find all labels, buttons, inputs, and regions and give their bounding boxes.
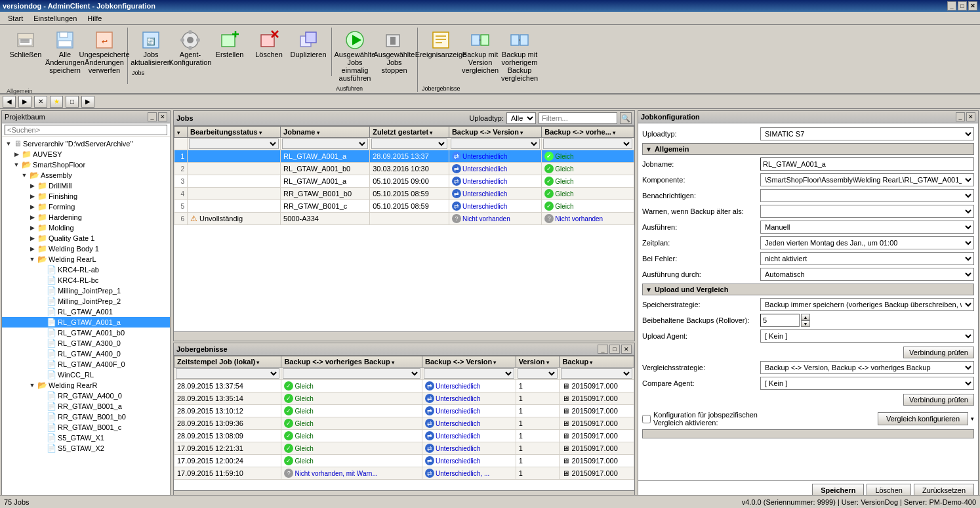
stoppen-button[interactable]: AusgewählteJobs stoppen [375,28,413,84]
res-filter-bv[interactable] [424,368,514,379]
agent-konfig-button[interactable]: Agent-Konfiguration [171,28,209,68]
erstellen-button[interactable]: Erstellen [211,28,249,68]
tree-root[interactable]: ▼ 🖥 Serverarchiv "D:\vdServerArchive" [2,138,170,149]
bei-fehler-select[interactable]: nicht aktiviert [760,252,974,265]
menu-einstellungen[interactable]: Einstellungen [28,13,82,24]
result-row-5[interactable]: 28.09.2015 13:08:09 ✓ Gleich ⇄ Unterschi… [174,430,634,442]
titlebar-controls[interactable]: _ □ ✕ [947,1,977,11]
tree-rl-gtaw-a400[interactable]: ▶ 📄 RL_GTAW_A400_0 [2,349,170,359]
vergleich-konfig-button[interactable]: Vergleich konfigurieren [878,412,968,425]
backup-version-button[interactable]: Backup mit Versionvergleichen [461,28,499,84]
save-all-button[interactable]: Alle Änderungenspeichern [46,28,84,76]
res-filter-ver[interactable] [518,368,558,379]
nav-back[interactable]: ◀ [3,96,16,108]
duplizieren-button[interactable]: Duplizieren [289,28,327,68]
filter-zuletzt[interactable] [371,138,447,149]
speicherstrategie-select[interactable]: Backup immer speichern (vorheriges Backu… [760,298,974,311]
res-filter-bak[interactable] [561,368,632,379]
expand-auvesy[interactable]: ▶ [12,150,20,158]
jobs-aktualisieren-button[interactable]: 🔄 Jobsaktualisieren [132,28,170,68]
tree-krc4-rl-ab[interactable]: ▶ 📄 KRC4-RL-ab [2,265,170,275]
schliessen-button[interactable]: Schließen [7,28,45,76]
ausfuehren-select[interactable]: Manuell [760,221,974,234]
expand-weldingrearR[interactable]: ▼ [28,381,36,389]
results-maximize-btn[interactable]: □ [609,345,620,354]
tree-weldingrearL[interactable]: ▼ 📂 Welding RearL [2,254,170,265]
res-filter-ts[interactable] [176,368,279,379]
komponente-select[interactable]: \SmartShopFloor\Assembly\Welding RearL\R… [760,173,974,186]
upload-agent-select[interactable]: [ Kein ] [760,329,974,343]
expand-smartshopfloor[interactable]: ▼ [12,161,20,169]
vergleichsstrategie-select[interactable]: Backup <-> Version, Backup <-> vorherige… [760,361,974,374]
jobs-row-6[interactable]: 6 ⚠ Unvollständig 5000-A334 ? Nicht vorh… [174,213,634,225]
section-upload[interactable]: ▼ Upload und Vergleich [642,284,974,295]
search-button[interactable]: 🔍 [620,112,632,124]
nav-stop[interactable]: ✕ [34,96,47,108]
res-col-bvb[interactable]: Backup <-> vorheriges Backup [281,356,422,368]
panel-close-btn[interactable]: ✕ [158,112,167,121]
tree-rr-gtaw-b001-c[interactable]: ▶ 📄 RR_GTAW_B001_c [2,422,170,433]
expand-finishing[interactable]: ▶ [28,192,36,200]
config-hscrollbar[interactable] [642,429,974,438]
nav-forward[interactable]: ▶ [18,96,31,108]
spinner-down[interactable]: ▼ [801,320,810,327]
result-row-2[interactable]: 28.09.2015 13:35:14 ✓ Gleich ⇄ Unterschi… [174,392,634,405]
verbindung-pruefen1-button[interactable]: Verbindung prüfen [903,347,974,358]
section-allgemein[interactable]: ▼ Allgemein [642,143,974,155]
backup-vorheriges-button[interactable]: Backup mit vorherigemBackup vergleichen [500,28,539,84]
filter-name[interactable] [282,138,368,149]
benachrichtigen-select[interactable] [760,189,974,202]
results-close-btn[interactable]: ✕ [621,345,632,354]
warnen-select[interactable] [760,205,974,218]
col-bv[interactable]: Backup <-> Version [449,127,541,138]
res-col-bv[interactable]: Backup <-> Version [422,356,516,368]
expand-weldingbody[interactable]: ▶ [28,245,36,253]
loeschen-button[interactable]: Löschen [250,28,288,68]
result-row-1[interactable]: 28.09.2015 13:37:54 ✓ Gleich ⇄ Unterschi… [174,380,634,392]
tree-assembly[interactable]: ▼ 📂 Assembly [2,170,170,180]
ereignisanzeige-button[interactable]: Ereignisanzeige [422,28,460,84]
compare-agent-select[interactable]: [ Kein ] [760,377,974,390]
res-col-bak[interactable]: Backup [560,356,634,368]
tree-finishing[interactable]: ▶ 📁 Finishing [2,191,170,201]
result-row-3[interactable]: 28.09.2015 13:10:12 ✓ Gleich ⇄ Unterschi… [174,405,634,417]
nav-home[interactable]: □ [66,96,79,108]
tree-rl-gtaw-a001[interactable]: ▶ 📄 RL_GTAW_A001 [2,307,170,317]
tree-rl-gtaw-a001-a[interactable]: ▶ 📄 RL_GTAW_A001_a [2,317,170,328]
search-input[interactable] [5,125,167,135]
jobs-row-3[interactable]: 3 RL_GTAW_A001_a 05.10.2015 09:00 ⇄ Unte… [174,175,634,188]
jobs-row-4[interactable]: 4 RR_GTAW_B001_b0 05.10.2015 08:59 ⇄ Unt… [174,188,634,200]
close-btn[interactable]: ✕ [968,1,977,11]
res-col-ver[interactable]: Version [516,356,560,368]
filter-status[interactable] [189,138,279,149]
jobs-row-1[interactable]: 1 RL_GTAW_A001_a 28.09.2015 13:37 ⇄ Unte… [174,150,634,163]
tree-weldingbody[interactable]: ▶ 📁 Welding Body 1 [2,243,170,254]
col-bvv[interactable]: Backup <-> vorhe... [542,127,634,138]
result-row-6[interactable]: 17.09.2015 12:21:31 ✓ Gleich ⇄ Unterschi… [174,442,634,455]
res-col-ts[interactable]: Zeitstempel Job (lokal) [174,356,281,368]
tree-qualitygate[interactable]: ▶ 📁 Quality Gate 1 [2,233,170,243]
res-filter-bvb[interactable] [283,368,420,379]
tree-s5-gtaw-x2[interactable]: ▶ 📄 S5_GTAW_X2 [2,443,170,454]
result-row-7[interactable]: 17.09.2015 12:00:24 ✓ Gleich ⇄ Unterschi… [174,455,634,467]
filter-input[interactable] [539,112,617,124]
filter-bv[interactable] [451,138,540,149]
nav-expand[interactable]: ▶ [81,96,94,108]
beibehaltene-input[interactable] [760,314,800,327]
col-bearbeitungsstatus[interactable]: Bearbeitungsstatus [188,127,281,138]
tree-drillmill[interactable]: ▶ 📁 DrillMill [2,180,170,191]
tree-weldingrearR[interactable]: ▼ 📂 Welding RearR [2,380,170,391]
menu-hilfe[interactable]: Hilfe [82,13,107,24]
ausfuehren-button[interactable]: Ausgewählte Jobseinmalig ausführen [336,28,374,84]
tree-milling2[interactable]: ▶ 📄 Milling_JointPrep_2 [2,296,170,307]
filter-bvv[interactable] [543,138,632,149]
jobs-row-5[interactable]: 5 RR_GTAW_B001_c 05.10.2015 08:59 ⇄ Unte… [174,200,634,213]
tree-smartshopfloor[interactable]: ▼ 📂 SmartShopFloor [2,159,170,170]
expand-qualitygate[interactable]: ▶ [28,234,36,242]
result-row-4[interactable]: 28.09.2015 13:09:36 ✓ Gleich ⇄ Unterschi… [174,417,634,430]
tree-s5-gtaw-x1[interactable]: ▶ 📄 S5_GTAW_X1 [2,433,170,443]
tree-rr-gtaw-b001-a[interactable]: ▶ 📄 RR_GTAW_B001_a [2,401,170,412]
tree-auvesy[interactable]: ▶ 📁 AUVESY [2,149,170,159]
result-row-8[interactable]: 17.09.2015 11:59:10 ? Nicht vorhanden, m… [174,467,634,480]
jobs-row-2[interactable]: 2 RL_GTAW_A001_b0 30.03.2016 10:30 ⇄ Unt… [174,163,634,175]
